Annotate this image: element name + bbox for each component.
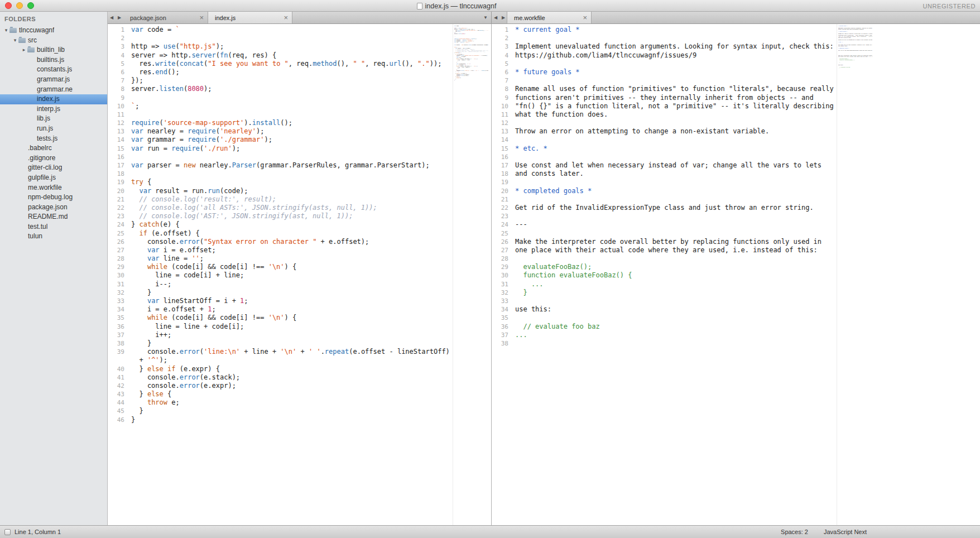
code-line[interactable]: 11	[108, 111, 453, 119]
code-line[interactable]: 7	[492, 76, 837, 85]
code-line[interactable]: 29 while (code[i] && code[i] !== '\n') {	[108, 263, 453, 271]
code-line[interactable]: 20 var result = run.run(code);	[108, 187, 453, 195]
code-line[interactable]: 32 }	[108, 289, 453, 297]
chevron-right-icon[interactable]: ▸	[21, 45, 27, 55]
tree-folder-src[interactable]: ▾src	[0, 36, 107, 46]
code-line[interactable]: 41 console.error(e.stack);	[108, 373, 453, 382]
tree-file-interp.js[interactable]: interp.js	[0, 104, 107, 114]
code-line[interactable]: 28	[492, 254, 837, 263]
code-line[interactable]: 35 while (code[i] && code[i] !== '\n') {	[108, 314, 453, 322]
code-line[interactable]: 9	[108, 94, 453, 102]
tree-file-README.md[interactable]: README.md	[0, 212, 107, 222]
code-line[interactable]: 24---	[492, 220, 837, 229]
code-line[interactable]: 29 evaluateFooBaz();	[492, 263, 837, 271]
code-line[interactable]: 38 }	[108, 339, 453, 348]
code-line[interactable]: 24} catch(e) {	[108, 220, 453, 229]
code-line[interactable]: 6* future goals *	[492, 68, 837, 76]
close-tab-icon[interactable]: ×	[579, 14, 587, 21]
tree-file-lib.js[interactable]: lib.js	[0, 114, 107, 124]
tab-index.js[interactable]: index.js×	[208, 12, 292, 23]
code-line[interactable]: 31 ...	[492, 280, 837, 289]
code-line[interactable]: + '^');	[108, 356, 453, 364]
editor-pane-right[interactable]: 1* current goal *23Implement unevaluated…	[491, 24, 980, 525]
tree-file-npm-debug.log[interactable]: npm-debug.log	[0, 193, 107, 203]
code-line[interactable]: 4https://github.com/liam4/tlnccuwagnf/is…	[492, 51, 837, 60]
tab-scroll-forward-icon[interactable]: ▶	[499, 12, 507, 23]
tree-folder-tlnccuwagnf[interactable]: ▾tlnccuwagnf	[0, 26, 107, 36]
tree-file-grammar.ne[interactable]: grammar.ne	[0, 85, 107, 95]
code-line[interactable]: 33	[492, 297, 837, 305]
tab-overflow-icon[interactable]: ▼	[483, 12, 488, 23]
tab-me.workfile[interactable]: me.workfile×	[507, 12, 592, 23]
code-line[interactable]: 33 var lineStartOff = i + 1;	[108, 297, 453, 305]
code-line[interactable]: 2	[108, 34, 453, 42]
tree-file-.gitignore[interactable]: .gitignore	[0, 153, 107, 164]
code-line[interactable]: 26 console.error("Syntax error on charac…	[108, 238, 453, 246]
code-line[interactable]: 31 i--;	[108, 280, 453, 289]
code-view-index-js[interactable]: 1var code = `23http => use("http.js");4s…	[108, 24, 453, 525]
code-line[interactable]: 28 var line = '';	[108, 254, 453, 263]
tree-file-run.js[interactable]: run.js	[0, 124, 107, 134]
tree-folder-builtin_lib[interactable]: ▸builtin_lib	[0, 45, 107, 55]
code-line[interactable]: 3http => use("http.js");	[108, 42, 453, 51]
code-line[interactable]: 25 if (e.offset) {	[108, 229, 453, 238]
code-line[interactable]: 37...	[492, 331, 837, 339]
tree-file-grammar.js[interactable]: grammar.js	[0, 75, 107, 85]
code-line[interactable]: 17var parser = new nearley.Parser(gramma…	[108, 161, 453, 170]
code-line[interactable]: 34 i = e.offset + 1;	[108, 305, 453, 314]
code-line[interactable]: 9functions aren't primitives -- they int…	[492, 94, 837, 102]
code-line[interactable]: 36 // evaluate foo baz	[492, 323, 837, 331]
code-line[interactable]: 25	[492, 229, 837, 238]
code-line[interactable]: 27 var i = e.offset;	[108, 246, 453, 254]
tab-scroll-back-icon[interactable]: ◀	[492, 12, 499, 23]
code-line[interactable]: 21 // console.log('result:', result);	[108, 195, 453, 204]
code-view-me-workfile[interactable]: 1* current goal *23Implement unevaluated…	[492, 24, 837, 525]
code-line[interactable]: 19try {	[108, 178, 453, 186]
tree-file-gulpfile.js[interactable]: gulpfile.js	[0, 173, 107, 183]
tree-file-gitter-cli.log[interactable]: gitter-cli.log	[0, 163, 107, 173]
indent-setting[interactable]: Spaces: 2	[781, 529, 808, 535]
syntax-setting[interactable]: JavaScript Next	[824, 529, 867, 535]
code-line[interactable]: 16	[108, 153, 453, 161]
code-line[interactable]: 15var run = require('./run');	[108, 145, 453, 153]
code-line[interactable]: 18	[108, 170, 453, 178]
status-icon[interactable]	[4, 529, 11, 535]
code-line[interactable]: 37 i++;	[108, 331, 453, 339]
code-line[interactable]: 15* etc. *	[492, 145, 837, 153]
code-line[interactable]: 3Implement unevaluated function argument…	[492, 42, 837, 51]
code-line[interactable]: 23	[492, 212, 837, 220]
code-line[interactable]: 23 // console.log('AST:', JSON.stringify…	[108, 212, 453, 220]
code-line[interactable]: 44 throw e;	[108, 398, 453, 407]
tree-file-tulun[interactable]: tulun	[0, 232, 107, 242]
tree-file-.babelrc[interactable]: .babelrc	[0, 143, 107, 153]
code-line[interactable]: 21	[492, 195, 837, 204]
code-line[interactable]: 36 line = line + code[i];	[108, 323, 453, 331]
code-line[interactable]: 5 res.write(concat("I see you want to ",…	[108, 60, 453, 68]
code-line[interactable]: 45 }	[108, 407, 453, 415]
code-line[interactable]: 39 console.error('line:\n' + line + '\n'…	[108, 348, 453, 356]
code-line[interactable]: 22 // console.log('all ASTs:', JSON.stri…	[108, 204, 453, 212]
code-line[interactable]: 5	[492, 60, 837, 68]
chevron-down-icon[interactable]: ▾	[3, 26, 9, 36]
code-line[interactable]: 18and consts later.	[492, 170, 837, 178]
code-line[interactable]: 10`;	[108, 102, 453, 111]
tab-package.json[interactable]: package.json×	[123, 12, 208, 23]
code-line[interactable]: 22Get rid of the InvalidExpressionType c…	[492, 204, 837, 212]
code-line[interactable]: 40 } else if (e.expr) {	[108, 365, 453, 373]
tree-file-constants.js[interactable]: constants.js	[0, 65, 107, 75]
code-line[interactable]: 12	[492, 119, 837, 127]
tree-file-test.tul[interactable]: test.tul	[0, 222, 107, 232]
minimap-left[interactable]: var code = `http => use("http.js");serve…	[453, 24, 488, 525]
code-line[interactable]: 14	[492, 136, 837, 144]
tab-scroll-forward-icon[interactable]: ▶	[116, 12, 123, 23]
code-line[interactable]: 4server => http.server(fn(req, res) {	[108, 51, 453, 60]
code-line[interactable]: 30 line = code[i] + line;	[108, 271, 453, 280]
code-line[interactable]: 17Use const and let when necessary inste…	[492, 161, 837, 170]
tree-file-builtins.js[interactable]: builtins.js	[0, 55, 107, 65]
code-line[interactable]: 1var code = `	[108, 26, 453, 34]
code-line[interactable]: 13Throw an error on attempting to change…	[492, 127, 837, 136]
tab-scroll-back-icon[interactable]: ◀	[108, 12, 116, 23]
code-line[interactable]: 27one place with their actual code where…	[492, 246, 837, 254]
code-line[interactable]: 30 function evaluateFooBaz() {	[492, 271, 837, 280]
tree-file-me.workfile[interactable]: me.workfile	[0, 183, 107, 193]
